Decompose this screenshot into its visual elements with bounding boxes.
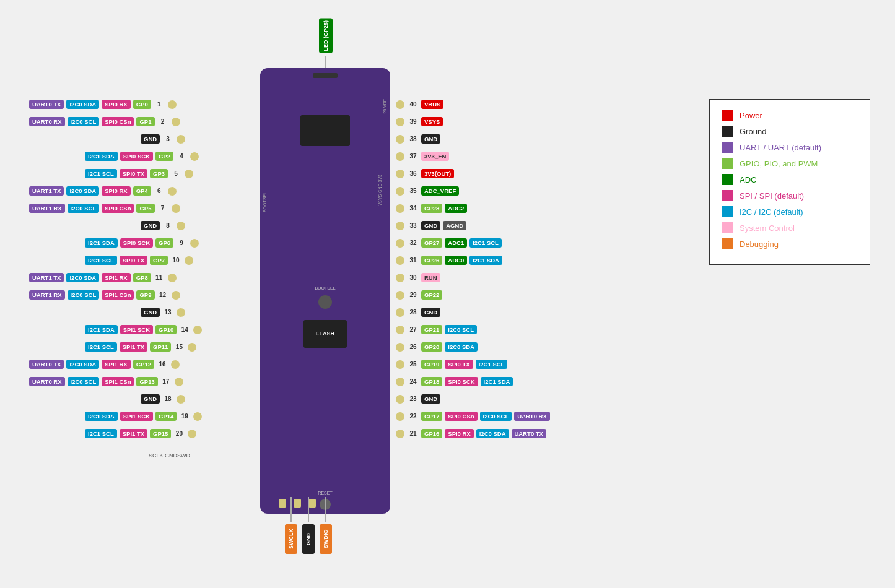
legend-spi-label: SPI / SPI (default) — [740, 191, 804, 201]
gp6-num: 9 — [175, 240, 188, 246]
gp4-gpio: GP4 — [133, 186, 151, 196]
sclk-row: SCLK GNDSWD — [28, 447, 204, 464]
gp21-i2c: I2C0 SCL — [445, 325, 477, 334]
gp5-uart1rx: UART1 RX — [29, 204, 65, 213]
gp9-spi1csn: SPI1 CSn — [102, 290, 134, 300]
legend-sysctrl: System Control — [722, 222, 857, 233]
pin-row-gp21: 27 GP21 I2C0 SCL — [394, 321, 551, 338]
gp19-gpio: GP19 — [421, 360, 442, 369]
gp28-adc: ADC2 — [445, 204, 467, 213]
gp9-gpio: GP9 — [136, 290, 154, 300]
pin-row-r-gnd28: 28 GND — [394, 304, 551, 321]
pin-row-gp28: 34 GP28 ADC2 — [394, 200, 551, 217]
gp27-adc: ADC1 — [445, 238, 467, 248]
pin-row-vbus: 40 VBUS — [394, 96, 551, 113]
legend-debug: Debugging — [722, 238, 857, 249]
gnd18-num: 18 — [161, 396, 175, 402]
legend-i2c-label: I2C / I2C (default) — [740, 207, 803, 217]
gp9-num: 12 — [156, 292, 170, 298]
gnd-debug-pin: GND — [302, 497, 315, 554]
adcvref-label: ADC_VREF — [421, 186, 459, 196]
gp11-dot — [188, 343, 196, 352]
gp2-spi0sck: SPI0 SCK — [120, 152, 153, 161]
pin-row-gp9: UART1 RX I2C0 SCL SPI1 CSn GP9 12 — [28, 287, 204, 303]
gp16-gpio: GP16 — [421, 429, 442, 438]
gp5-dot — [172, 204, 180, 213]
sclk-label: SCLK GNDSWD — [149, 452, 190, 459]
gp28-gpio: GP28 — [421, 204, 442, 213]
gp27-i2c: I2C1 SCL — [469, 238, 502, 248]
swclk-pin: SWCLK — [285, 497, 297, 554]
gp7-i2c1scl: I2C1 SCL — [85, 256, 117, 265]
pin-row-gp7: I2C1 SCL SPI0 TX GP7 10 — [28, 252, 204, 269]
left-pins-area: UART0 TX I2C0 SDA SPI0 RX GP0 1 UART0 RX… — [28, 96, 204, 464]
gp27-gpio: GP27 — [421, 238, 442, 248]
gp3-spi0tx: SPI0 TX — [120, 169, 147, 178]
bootsel-label: BOOTSEL — [315, 286, 335, 290]
gp13-gpio: GP13 — [136, 377, 157, 386]
3v3out-dot — [396, 170, 404, 178]
gp1-gpio: GP1 — [136, 117, 154, 126]
gp6-gpio: GP6 — [155, 238, 173, 248]
gp0-dot — [168, 100, 177, 109]
pin-row-r-gnd23: 23 GND — [394, 391, 551, 407]
gp4-num: 6 — [152, 188, 166, 194]
vbus-label: VBUS — [421, 100, 443, 109]
gp10-gpio: GP10 — [155, 325, 177, 334]
gp4-uart1tx: UART1 TX — [29, 186, 64, 196]
swclk-label: SWCLK — [285, 524, 297, 554]
pin-row-gp11: I2C1 SCL SPI1 TX GP11 15 — [28, 339, 204, 355]
gp17-uart: UART0 RX — [514, 412, 550, 421]
gp27-dot — [396, 239, 404, 248]
gp8-dot — [168, 274, 177, 282]
gp18-num: 24 — [406, 378, 420, 385]
pin-row-gp18: 24 GP18 SPI0 SCK I2C1 SDA — [394, 373, 551, 390]
gp5-num: 7 — [156, 205, 170, 212]
r-gnd23-dot — [396, 395, 404, 404]
agnd33-dot — [396, 222, 404, 230]
gnd-debug-line — [308, 497, 309, 522]
gp20-num: 26 — [406, 344, 420, 350]
gp15-gpio: GP15 — [150, 429, 171, 438]
gp10-i2c1sda: I2C1 SDA — [85, 325, 118, 334]
gp10-spi1sck: SPI1 SCK — [120, 325, 153, 334]
gp8-gpio: GP8 — [133, 273, 151, 282]
gp13-i2c0scl: I2C0 SCL — [68, 377, 100, 386]
gp14-num: 19 — [178, 413, 191, 420]
gp16-i2c: I2C0 SDA — [476, 429, 509, 438]
agnd33-num: 33 — [406, 222, 420, 229]
3v3out-num: 36 — [406, 170, 420, 177]
pin-row-gp6: I2C1 SDA SPI0 SCK GP6 9 — [28, 235, 204, 251]
gp11-gpio: GP11 — [150, 342, 171, 352]
gp10-num: 14 — [178, 326, 191, 333]
legend-sysctrl-color — [722, 222, 733, 233]
gp5-gpio: GP5 — [136, 204, 154, 213]
gp19-num: 25 — [406, 361, 420, 368]
gp3-dot — [185, 170, 193, 178]
gp26-gpio: GP26 — [421, 256, 442, 265]
pin-row-r-gnd38: 38 GND — [394, 131, 551, 147]
pin-row-gp16: 21 GP16 SPI0 RX I2C0 SDA UART0 TX — [394, 425, 551, 442]
legend-gpio-color — [722, 158, 733, 169]
gp17-gpio: GP17 — [421, 412, 442, 421]
legend-spi-color — [722, 190, 733, 201]
bootsel-button[interactable] — [318, 295, 332, 309]
legend-power-color — [722, 110, 733, 121]
pin-row-gp1: UART0 RX I2C0 SCL SPI0 CSn GP1 2 — [28, 113, 204, 130]
pin-row-gp2: I2C1 SDA SPI0 SCK GP2 4 — [28, 148, 204, 165]
gp21-dot — [396, 326, 404, 334]
gp8-uart1tx: UART1 TX — [29, 273, 64, 282]
gnd3-num: 3 — [161, 136, 175, 142]
r-gnd38-label: GND — [421, 134, 440, 144]
gp22-gpio: GP22 — [421, 290, 442, 300]
gnd13-dot — [177, 308, 185, 317]
gnd3-label: GND — [141, 134, 160, 144]
gp26-adc: ADC0 — [445, 256, 467, 265]
legend-i2c: I2C / I2C (default) — [722, 206, 857, 217]
gp11-i2c1scl: I2C1 SCL — [85, 342, 117, 352]
pin-row-gp8: UART1 TX I2C0 SDA SPI1 RX GP8 11 — [28, 269, 204, 286]
pin-row-gp13: UART0 RX I2C0 SCL SPI1 CSn GP13 17 — [28, 373, 204, 390]
gp13-dot — [175, 378, 183, 386]
gp5-spi0csn: SPI0 CSn — [102, 204, 134, 213]
gp12-i2c0sda: I2C0 SDA — [66, 360, 99, 369]
